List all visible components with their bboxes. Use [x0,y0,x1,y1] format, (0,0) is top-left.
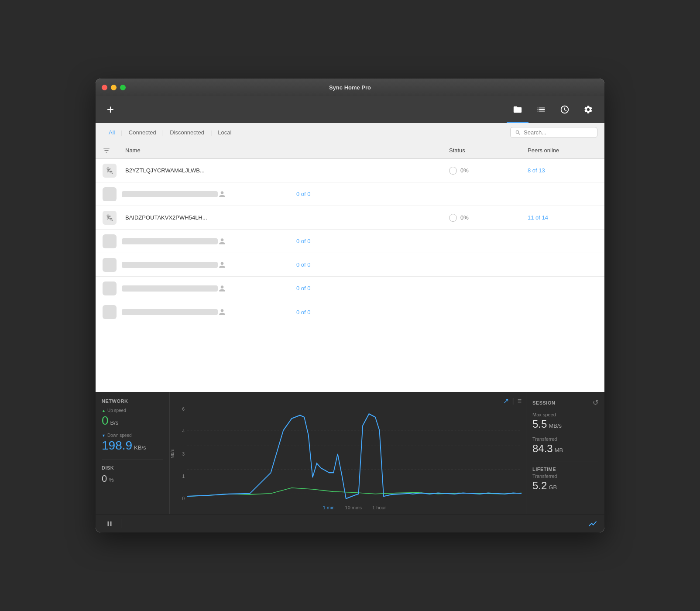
pause-button[interactable] [103,517,117,531]
lifetime-transferred: Transferred 5.2 GB [532,474,598,492]
row-peers-1: 8 of 13 [528,167,597,174]
search-icon [515,130,521,136]
minimize-button[interactable] [111,85,117,90]
col-header-peers: Peers online [528,147,597,154]
row-icon-1 [103,164,122,178]
filter-tab-local[interactable]: Local [212,123,237,142]
filter-icon-col [103,147,122,154]
row-name-1: B2YZTLQJYCRWAM4LJLWB... [122,167,449,174]
table-row[interactable]: 0 of 0 [96,182,604,206]
table-row[interactable]: B2YZTLQJYCRWAM4LJLWB... 0% 8 of 13 [96,159,604,182]
table-row[interactable]: 0 of 0 [96,300,604,324]
chart-line-button[interactable]: ↗ [503,397,509,405]
search-input[interactable] [524,129,593,136]
up-speed-row: ▲ Up speed 0 B/s [102,408,163,428]
down-speed-value: 198.9 KB/s [102,439,163,453]
filterbar: All | Connected | Disconnected | Local [96,123,604,142]
toolbar-history-button[interactable] [554,96,576,123]
close-button[interactable] [102,85,107,90]
table-row[interactable]: BAIDZPOUTAKVX2PWH54LH... 0% 11 of 14 [96,206,604,230]
lifetime-section: LIFETIME Transferred 5.2 GB [532,461,598,492]
toolbar-list-button[interactable] [530,96,552,123]
row-status-pct-1: 0% [460,167,469,174]
row-name-6 [122,285,218,292]
row-icon-5 [103,258,122,272]
table-row[interactable]: 0 of 0 [96,277,604,300]
session-reset-button[interactable]: ↺ [593,398,598,407]
up-speed-label: ▲ Up speed [102,408,163,413]
folder-icon-wrap-7 [103,305,117,319]
list-icon [536,105,546,114]
session-max-speed-number: 5.5 [532,418,547,430]
up-speed-value: 0 B/s [102,414,163,428]
row-name-5 [122,262,218,268]
toolbar-settings-button[interactable] [577,96,599,123]
folder-icon [513,105,522,114]
toolbar: + [96,96,604,123]
session-transferred: Transferred 84.3 MB [532,436,598,455]
row-status-4 [218,237,296,246]
session-transferred-value: 84.3 MB [532,443,598,455]
session-title: SESSION [532,400,555,405]
chart-table-button[interactable]: ≡ [518,397,522,405]
network-title: NETWORK [102,398,163,404]
toolbar-folder-button[interactable] [507,96,528,123]
row-peers-7: 0 of 0 [296,309,366,316]
up-speed-unit: B/s [110,419,119,426]
session-max-speed: Max speed 5.5 MB/s [532,412,598,430]
status-person-5 [218,261,226,269]
chart-x-1min[interactable]: 1 min [323,505,335,510]
lifetime-transferred-label: Transferred [532,474,598,479]
table-row[interactable]: 0 of 0 [96,230,604,253]
filter-tab-all[interactable]: All [103,123,121,142]
down-speed-unit: KB/s [134,444,146,451]
disk-value: 0 % [102,473,163,484]
row-peers-5: 0 of 0 [296,261,366,268]
search-box [510,127,597,138]
row-peers-4: 0 of 0 [296,238,366,244]
chart-y-0: 0 [182,496,185,501]
status-circle-1 [449,167,457,175]
disk-number: 0 [102,473,107,484]
disk-section: DISK 0 % [102,460,163,484]
filter-icon [103,147,110,154]
plus-icon: + [107,103,114,116]
chart-x-10mins[interactable]: 10 mins [345,505,362,510]
table-row[interactable]: 0 of 0 [96,253,604,277]
chart-toolbar: ↗ | ≡ [174,397,522,405]
session-max-speed-label: Max speed [532,412,598,417]
folder-icon-wrap-2 [103,187,117,201]
add-button[interactable]: + [101,100,120,119]
lifetime-transferred-value: 5.2 GB [532,480,598,492]
row-icon-3 [103,211,122,225]
status-circle-3 [449,214,457,222]
down-speed-number: 198.9 [102,439,132,453]
col-header-name: Name [122,147,449,154]
scissors-icon-2 [106,214,113,222]
filter-tab-disconnected[interactable]: Disconnected [164,123,210,142]
lifetime-transferred-unit: GB [549,484,557,491]
titlebar: Sync Home Pro [96,79,604,96]
row-status-7 [218,308,296,316]
up-speed-number: 0 [102,414,109,428]
maximize-button[interactable] [120,85,126,90]
chart-x-1hour[interactable]: 1 hour [372,505,386,510]
pause-icon [106,520,113,528]
statusbar-activity [588,519,597,529]
filter-tab-connected[interactable]: Connected [123,123,162,142]
chart-y-4: 4 [182,429,185,434]
folder-icon-wrap-4 [103,234,117,248]
chart-y-unit: MB/s [170,450,175,459]
chart-y-6: 6 [182,407,185,412]
row-status-5 [218,261,296,269]
chart-y-labels: MB/s 6 4 3 1 0 [174,407,187,501]
table-header: Name Status Peers online [96,142,604,159]
row-peers-2: 0 of 0 [296,191,366,197]
row-icon-2 [103,187,122,201]
status-person-4 [218,237,226,246]
row-status-pct-3: 0% [460,214,469,221]
status-person-2 [218,190,226,199]
folder-icon-wrap-3 [103,211,117,225]
session-max-speed-value: 5.5 MB/s [532,418,598,430]
network-panel: NETWORK ▲ Up speed 0 B/s ▼ Down speed 19… [96,392,170,514]
